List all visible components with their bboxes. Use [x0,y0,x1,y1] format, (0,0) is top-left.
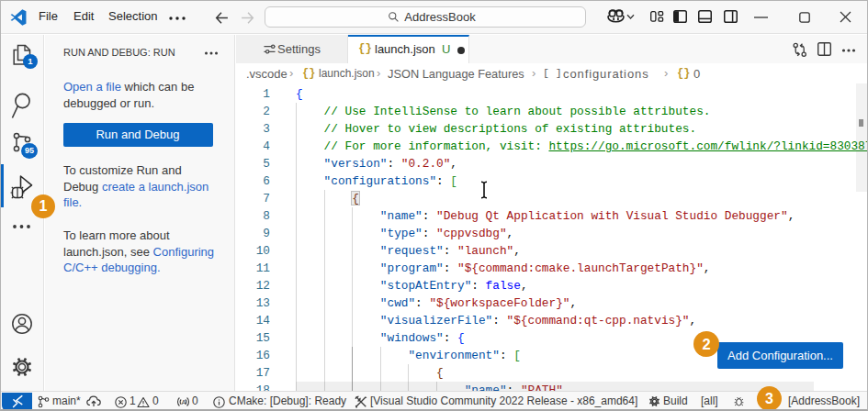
svg-text:A: A [181,398,186,406]
